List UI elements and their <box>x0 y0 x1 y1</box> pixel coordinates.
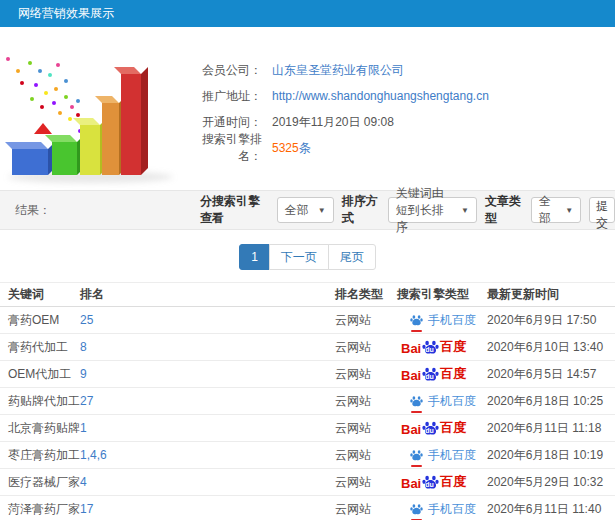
bar-orange-icon <box>102 103 119 175</box>
updated-cell: 2020年6月9日 17:50 <box>487 312 615 329</box>
engine-filter-value: 全部 <box>285 202 309 219</box>
table-row: 菏泽膏药厂家 17 云网站 手机百度 2020年6月11日 11:40 <box>0 496 615 520</box>
paw-underline-icon <box>411 465 422 467</box>
open-time-label: 开通时间： <box>190 114 262 131</box>
header-engine-type: 搜索引擎类型 <box>397 286 487 303</box>
mobile-baidu-label: 手机百度 <box>428 393 476 410</box>
mobile-baidu-logo: 手机百度 <box>397 501 476 518</box>
updated-cell: 2020年6月10日 13:40 <box>487 339 615 356</box>
updated-cell: 2020年5月29日 10:32 <box>487 474 615 491</box>
keyword-cell: 药贴牌代加工 <box>0 393 80 410</box>
article-type-select[interactable]: 全部 ▼ <box>531 197 581 223</box>
mobile-baidu-logo: 手机百度 <box>397 447 476 464</box>
baidu-logo: Baidu百度 <box>397 338 466 356</box>
keyword-cell: OEM代加工 <box>0 366 80 383</box>
engine-cell: 手机百度 <box>397 312 487 329</box>
table-header-row: 关键词 排名 排名类型 搜索引擎类型 最新更新时间 <box>0 282 615 307</box>
promo-url-link[interactable]: http://www.shandonghuangshengtang.cn <box>272 89 489 103</box>
baidu-bai-text: Bai <box>401 341 421 356</box>
mobile-baidu-label: 手机百度 <box>428 447 476 464</box>
updated-cell: 2020年6月18日 10:19 <box>487 447 615 464</box>
rank-type-cell: 云网站 <box>335 393 397 410</box>
engine-cell: 手机百度 <box>397 393 487 410</box>
baidu-cn-text: 百度 <box>440 365 466 383</box>
keyword-cell: 北京膏药贴牌 <box>0 420 80 437</box>
confetti-dots <box>6 57 10 61</box>
baidu-cn-text: 百度 <box>440 338 466 356</box>
sort-filter-value: 关键词由短到长排序 <box>396 185 455 236</box>
baidu-bai-text: Bai <box>401 476 421 491</box>
rank-type-cell: 云网站 <box>335 420 397 437</box>
chevron-down-icon: ▼ <box>461 206 469 215</box>
updated-cell: 2020年6月18日 10:25 <box>487 393 615 410</box>
article-type-label: 文章类型 <box>485 193 526 227</box>
bar-yellow-icon <box>80 125 100 175</box>
rank-type-cell: 云网站 <box>335 474 397 491</box>
table-row: 药贴牌代加工 27 云网站 手机百度 2020年6月18日 10:25 <box>0 388 615 415</box>
keyword-cell: 枣庄膏药加工 <box>0 447 80 464</box>
filter-group: 分搜索引擎查看 全部 ▼ 排序方式 关键词由短到长排序 ▼ 文章类型 全部 ▼ … <box>200 193 615 227</box>
submit-button[interactable]: 提交 <box>589 197 615 223</box>
rank-type-cell: 云网站 <box>335 501 397 518</box>
baidu-paw-icon <box>410 395 423 408</box>
next-page-button[interactable]: 下一页 <box>269 244 329 270</box>
updated-cell: 2020年6月11日 11:18 <box>487 420 615 437</box>
rank-link[interactable]: 9 <box>80 367 335 381</box>
keyword-cell: 膏药OEM <box>0 312 80 329</box>
engine-filter-label: 分搜索引擎查看 <box>200 193 272 227</box>
bar-red-icon <box>121 74 141 175</box>
baidu-cn-text: 百度 <box>440 473 466 491</box>
engine-cell: Baidu百度 <box>397 419 487 437</box>
bar-chart-graphic <box>0 27 190 190</box>
rank-link[interactable]: 4 <box>80 475 335 489</box>
rank-type-cell: 云网站 <box>335 339 397 356</box>
mobile-baidu-label: 手机百度 <box>428 501 476 518</box>
mobile-baidu-label: 手机百度 <box>428 312 476 329</box>
rank-type-cell: 云网站 <box>335 312 397 329</box>
engine-rank-unit: 条 <box>299 140 311 157</box>
baidu-du-text: du <box>425 427 434 434</box>
rank-type-cell: 云网站 <box>335 366 397 383</box>
engine-rank-row: 搜索引擎排名： 5325 条 <box>190 138 610 158</box>
baidu-du-text: du <box>425 373 434 380</box>
mobile-baidu-logo: 手机百度 <box>397 393 476 410</box>
engine-rank-count: 5325 <box>272 141 299 155</box>
engine-rank-label: 搜索引擎排名： <box>190 131 262 165</box>
member-company-link[interactable]: 山东皇圣堂药业有限公司 <box>272 62 404 79</box>
result-label: 结果： <box>15 202 51 219</box>
baidu-du-text: du <box>425 481 434 488</box>
page-1-button[interactable]: 1 <box>239 244 270 270</box>
rank-link[interactable]: 8 <box>80 340 335 354</box>
paw-underline-icon <box>411 411 422 413</box>
chevron-down-icon: ▼ <box>318 206 326 215</box>
engine-cell: Baidu百度 <box>397 473 487 491</box>
rank-link[interactable]: 25 <box>80 313 335 327</box>
header-updated-time: 最新更新时间 <box>487 286 615 303</box>
baidu-bai-text: Bai <box>401 368 421 383</box>
info-section: 会员公司： 山东皇圣堂药业有限公司 推广地址： http://www.shand… <box>0 27 615 190</box>
baidu-paw-icon <box>410 449 423 462</box>
rank-link[interactable]: 1 <box>80 421 335 435</box>
baidu-paw-icon <box>410 503 423 516</box>
paw-underline-icon <box>411 330 422 332</box>
rank-link[interactable]: 27 <box>80 394 335 408</box>
bar-blue-icon <box>12 149 48 175</box>
page-title: 网络营销效果展示 <box>0 0 615 27</box>
bar-green-icon <box>52 142 77 175</box>
baidu-cn-text: 百度 <box>440 419 466 437</box>
sort-filter-select[interactable]: 关键词由短到长排序 ▼ <box>388 197 477 223</box>
updated-cell: 2020年6月5日 14:57 <box>487 366 615 383</box>
table-body: 膏药OEM 25 云网站 手机百度 2020年6月9日 17:50 膏药代加工 … <box>0 307 615 520</box>
engine-cell: Baidu百度 <box>397 338 487 356</box>
mobile-baidu-logo: 手机百度 <box>397 312 476 329</box>
baidu-bai-text: Bai <box>401 422 421 437</box>
engine-filter-select[interactable]: 全部 ▼ <box>277 197 334 223</box>
rank-link[interactable]: 17 <box>80 502 335 516</box>
last-page-button[interactable]: 尾页 <box>328 244 376 270</box>
open-time-value: 2019年11月20日 09:08 <box>272 114 394 131</box>
rank-link[interactable]: 1,4,6 <box>80 448 335 462</box>
baidu-logo: Baidu百度 <box>397 365 466 383</box>
up-arrow-icon <box>34 109 52 137</box>
table-row: 膏药OEM 25 云网站 手机百度 2020年6月9日 17:50 <box>0 307 615 334</box>
info-fields: 会员公司： 山东皇圣堂药业有限公司 推广地址： http://www.shand… <box>190 60 610 164</box>
